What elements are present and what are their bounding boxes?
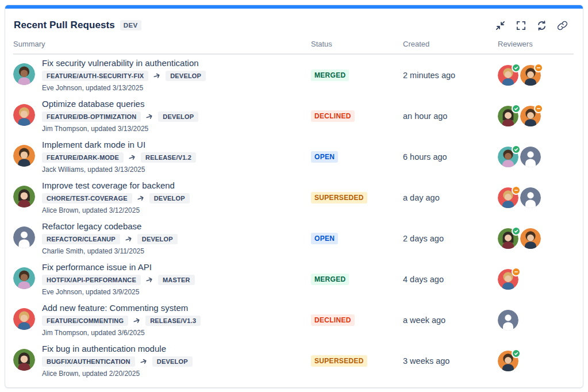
approved-check-icon: [512, 349, 521, 358]
pr-title[interactable]: Refactor legacy codebase: [42, 221, 178, 232]
link-button[interactable]: [557, 20, 568, 31]
pr-title[interactable]: Add new feature: Commenting system: [42, 302, 201, 313]
default-avatar: [520, 187, 541, 208]
pr-row[interactable]: Fix bug in authentication module BUGFIX/…: [13, 340, 574, 381]
created-cell: 6 hours ago: [403, 152, 498, 162]
pr-row[interactable]: Refactor legacy codebase REFACTOR/CLEANU…: [13, 218, 574, 259]
pr-author-line: Alice Brown, updated 3/12/2025: [42, 206, 190, 215]
target-branch: DEVELOP: [137, 234, 178, 244]
status-badge: DECLINED: [311, 314, 355, 326]
branch-line: CHORE/TEST-COVERAGE DEVELOP: [42, 193, 190, 203]
user-avatar: [13, 349, 35, 371]
pr-row[interactable]: Optimize database queries FEATURE/DB-OPT…: [13, 95, 574, 136]
pr-summary-cell: Fix security vulnerability in authentica…: [13, 57, 311, 93]
branch-line: FEATURE/AUTH-SECURITY-FIX DEVELOP: [42, 71, 206, 81]
source-branch: FEATURE/DB-OPTIMIZATION: [42, 112, 141, 122]
author-avatar-slot: [13, 349, 35, 373]
author-avatar-slot: [13, 63, 35, 87]
approved-check-icon: [512, 145, 521, 154]
pr-title[interactable]: Improve test coverage for backend: [42, 180, 190, 191]
target-branch: DEVELOP: [166, 71, 206, 81]
pr-title[interactable]: Fix bug in authentication module: [42, 343, 193, 354]
pr-summary-cell: Optimize database queries FEATURE/DB-OPT…: [13, 98, 311, 133]
refresh-button[interactable]: [536, 20, 547, 31]
pr-row[interactable]: Implement dark mode in UI FEATURE/DARK-M…: [13, 136, 574, 177]
branch-arrow-icon: [133, 317, 141, 325]
pr-row[interactable]: Fix performance issue in API HOTFIX/API-…: [13, 259, 574, 299]
pr-title[interactable]: Optimize database queries: [42, 98, 198, 109]
branch-line: FEATURE/COMMENTING RELEASE/V1.3: [42, 316, 201, 326]
default-avatar: [520, 147, 541, 167]
approved-check-icon: [512, 63, 521, 72]
collapse-button[interactable]: [495, 20, 506, 31]
created-cell: 3 weeks ago: [403, 356, 498, 366]
created-cell: an hour ago: [403, 112, 498, 121]
created-cell: a day ago: [403, 193, 498, 202]
pr-author-line: Jim Thompson, updated 3/6/2025: [42, 329, 201, 337]
status-badge: MERGED: [311, 274, 349, 285]
fullscreen-button[interactable]: [516, 20, 526, 31]
reviewers-cell: [498, 228, 574, 249]
user-avatar: [498, 269, 518, 290]
widget-title: Recent Pull Requests: [14, 20, 115, 31]
column-header-row: Summary Status Created Reviewers: [13, 40, 574, 55]
user-avatar: [13, 145, 35, 167]
created-cell: 2 minutes ago: [403, 71, 498, 80]
approved-check-icon: [512, 104, 521, 113]
link-icon: [557, 20, 568, 31]
user-avatar: [498, 106, 518, 126]
pr-title[interactable]: Implement dark mode in UI: [42, 139, 196, 150]
source-branch: FEATURE/AUTH-SECURITY-FIX: [42, 71, 148, 81]
status-badge: SUPERSEDED: [311, 192, 367, 203]
pr-row[interactable]: Improve test coverage for backend CHORE/…: [13, 177, 574, 218]
branch-line: HOTFIX/API-PERFORMANCE MASTER: [42, 275, 195, 285]
branch-arrow-icon: [128, 153, 136, 162]
target-branch: DEVELOP: [152, 356, 193, 367]
branch-line: REFACTOR/CLEANUP DEVELOP: [42, 234, 178, 244]
source-branch: HOTFIX/API-PERFORMANCE: [42, 275, 141, 285]
user-avatar: [13, 63, 35, 85]
target-branch: DEVELOP: [158, 112, 198, 122]
status-badge: SUPERSEDED: [311, 355, 367, 367]
user-avatar: [498, 228, 518, 249]
pr-author-line: Charlie Smith, updated 3/11/2025: [42, 247, 178, 256]
reviewers-cell: [498, 269, 574, 290]
branch-arrow-icon: [153, 72, 161, 80]
reviewers-cell: [498, 106, 574, 126]
approved-check-icon: [512, 226, 521, 236]
author-avatar-slot: [13, 104, 35, 128]
widget-header: Recent Pull Requests DEV: [5, 9, 583, 32]
pr-summary-cell: Fix bug in authentication module BUGFIX/…: [13, 343, 311, 378]
reviewers-cell: [498, 147, 574, 167]
branch-arrow-icon: [137, 194, 145, 202]
user-avatar: [13, 104, 35, 126]
branch-arrow-icon: [145, 113, 153, 121]
author-avatar-slot: [13, 145, 35, 169]
reviewers-cell: [498, 187, 574, 208]
reviewers-cell: [498, 65, 574, 86]
user-avatar: [498, 147, 518, 167]
needs-work-minus-icon: [534, 63, 543, 72]
target-branch: RELEASE/V1.3: [145, 316, 201, 326]
target-branch: DEVELOP: [149, 193, 190, 203]
pr-summary-cell: Implement dark mode in UI FEATURE/DARK-M…: [13, 139, 311, 174]
source-branch: REFACTOR/CLEANUP: [42, 234, 120, 244]
pr-summary-cell: Refactor legacy codebase REFACTOR/CLEANU…: [13, 221, 311, 256]
pr-title[interactable]: Fix performance issue in API: [42, 262, 195, 272]
branch-arrow-icon: [125, 235, 133, 243]
pr-row[interactable]: Add new feature: Commenting system FEATU…: [13, 299, 574, 340]
collapse-icon: [495, 20, 506, 31]
needs-work-minus-icon: [534, 104, 543, 113]
pr-list: Fix security vulnerability in authentica…: [13, 55, 574, 381]
user-avatar: [498, 187, 518, 208]
author-avatar-slot: [13, 186, 35, 210]
source-branch: FEATURE/DARK-MODE: [42, 152, 124, 163]
dev-badge: DEV: [120, 20, 141, 30]
pr-row[interactable]: Fix security vulnerability in authentica…: [13, 55, 574, 95]
needs-work-minus-icon: [512, 186, 521, 195]
refresh-icon: [536, 20, 547, 31]
branch-line: BUGFIX/AUTHENTICATION DEVELOP: [42, 356, 193, 367]
user-avatar: [13, 308, 35, 330]
created-cell: 2 days ago: [403, 234, 498, 243]
pr-title[interactable]: Fix security vulnerability in authentica…: [42, 57, 206, 68]
